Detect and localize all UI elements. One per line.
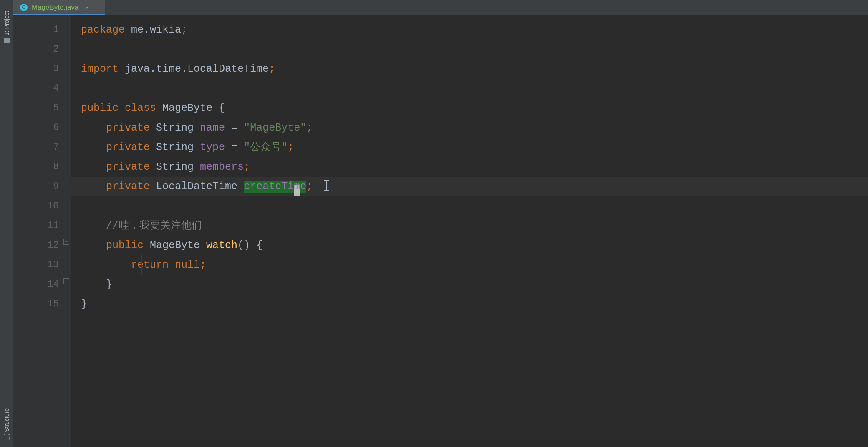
code-line[interactable]: //哇，我要关注他们: [81, 216, 868, 236]
line-number: 14: [13, 275, 59, 294]
line-number-gutter: 1 2 3 4 5 6 7 8 9 10 11 12 13 14 15 − −: [13, 15, 71, 447]
mouse-ibeam-icon: [326, 180, 327, 191]
line-number: 11: [13, 216, 59, 236]
code-line[interactable]: [81, 196, 868, 216]
tool-window-project-label: 1: Project: [3, 11, 10, 35]
code-line[interactable]: private String name = "MageByte";: [81, 118, 868, 138]
line-number: 3: [13, 59, 59, 79]
code-line[interactable]: private String members;: [81, 157, 868, 177]
code-line[interactable]: }: [81, 294, 868, 314]
code-line-current[interactable]: private LocalDateTime createTime;: [71, 177, 868, 196]
line-number: 15: [13, 294, 59, 314]
folder-icon: [4, 38, 10, 43]
line-number: 9: [13, 177, 59, 196]
tool-window-structure[interactable]: Structure: [3, 405, 10, 444]
code-area[interactable]: package me.wikia; import java.time.Local…: [71, 15, 868, 447]
code-line[interactable]: }: [81, 275, 868, 294]
editor-tab-bar: C MageByte.java ×: [13, 0, 868, 15]
class-icon: C: [20, 4, 28, 11]
code-line[interactable]: return null;: [81, 255, 868, 275]
code-line[interactable]: [81, 40, 868, 59]
main-area: C MageByte.java × 1 2 3 4 5 6 7 8 9 10 1…: [13, 0, 868, 447]
line-number: 7: [13, 138, 59, 157]
line-number: 2: [13, 40, 59, 59]
tool-window-structure-label: Structure: [3, 408, 10, 432]
code-line[interactable]: private String type = "公众号";: [81, 138, 868, 157]
fold-end-icon[interactable]: −: [63, 278, 69, 284]
editor-tab-label: MageByte.java: [32, 3, 78, 12]
line-number: 8: [13, 157, 59, 177]
line-number: 4: [13, 79, 59, 98]
structure-icon: [4, 434, 10, 440]
code-line[interactable]: package me.wikia;: [81, 20, 868, 40]
fold-start-icon[interactable]: −: [63, 239, 69, 245]
tool-window-project[interactable]: 1: Project: [3, 8, 10, 46]
editor-tab-magebyte[interactable]: C MageByte.java ×: [13, 0, 105, 15]
code-line[interactable]: import java.time.LocalDateTime;: [81, 59, 868, 79]
code-line[interactable]: [81, 79, 868, 98]
code-editor[interactable]: 1 2 3 4 5 6 7 8 9 10 11 12 13 14 15 − − …: [13, 15, 868, 447]
line-number: 10: [13, 196, 59, 216]
line-number: 5: [13, 98, 59, 118]
side-tool-bar: 1: Project Structure: [0, 0, 13, 447]
line-number: 12: [13, 236, 59, 255]
line-number: 6: [13, 118, 59, 138]
close-icon[interactable]: ×: [85, 4, 89, 11]
code-line[interactable]: public class MageByte {: [81, 98, 868, 118]
line-number: 1: [13, 20, 59, 40]
code-line[interactable]: public MageByte watch() {: [81, 236, 868, 255]
line-number: 13: [13, 255, 59, 275]
